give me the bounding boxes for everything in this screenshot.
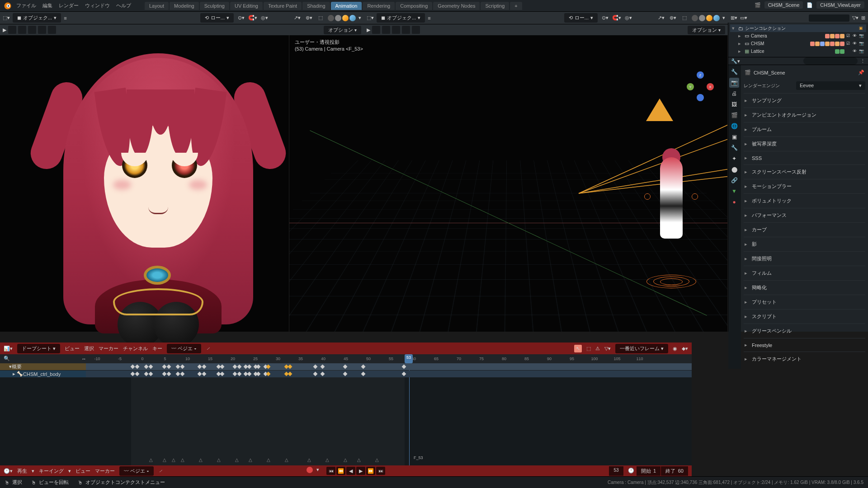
autokey-icon[interactable]	[307, 467, 313, 473]
timer-icon[interactable]: 🕐	[626, 466, 636, 476]
editor-type-icon[interactable]: 🕐▾	[4, 468, 13, 474]
section-パフォーマンス[interactable]: ▸パフォーマンス	[744, 208, 865, 222]
editor-type-icon[interactable]: 📊▾	[4, 346, 13, 352]
marker-icon[interactable]: △	[326, 457, 329, 462]
menu-toggle-icon[interactable]: ≡	[428, 15, 430, 21]
keyframe[interactable]	[343, 365, 348, 369]
section-プリセット[interactable]: ▸プリセット	[744, 295, 865, 309]
outliner-search[interactable]	[809, 14, 849, 22]
pivot-icon[interactable]: ⊙▾	[236, 14, 245, 23]
marker-icon[interactable]: △	[181, 457, 184, 462]
menu-file[interactable]: ファイル	[16, 2, 36, 9]
tab-rendering[interactable]: Rendering	[363, 2, 395, 10]
tool5-icon[interactable]	[48, 26, 56, 34]
marker-icon[interactable]: △	[285, 457, 288, 462]
tab-scripting[interactable]: Scripting	[481, 2, 509, 10]
tab-data-icon[interactable]: ▼	[729, 186, 739, 196]
camera-viewport[interactable]	[0, 35, 289, 332]
viewlayer-name[interactable]: CHSM_ViewLayer	[816, 1, 864, 9]
tab-modeling[interactable]: Modeling	[170, 2, 199, 10]
keyframe[interactable]	[237, 365, 242, 369]
select-tool-icon[interactable]	[372, 26, 380, 34]
end-frame-field[interactable]: 終了 60	[661, 466, 688, 476]
section-アンビエントオクルージョン[interactable]: ▸アンビエントオクルージョン	[744, 108, 865, 122]
interpolation-dropdown[interactable]: 〰 ベジエ ▾	[167, 344, 201, 353]
menu-view[interactable]: ビュー	[65, 345, 80, 352]
marker-icon[interactable]: △	[199, 457, 203, 462]
tool4-icon[interactable]	[38, 26, 46, 34]
keyframe[interactable]	[313, 372, 318, 376]
marker-icon[interactable]: △	[163, 457, 166, 462]
keyframe[interactable]	[321, 372, 325, 376]
mode-dropdown[interactable]: ◼オブジェク...▾	[377, 13, 425, 23]
snap-icon[interactable]: 🧲▾	[248, 14, 257, 23]
outliner-item-lattice[interactable]: ▸ ▦ Lattice 👁📷	[730, 47, 866, 55]
frame-cursor[interactable]: 53	[405, 354, 413, 363]
keyframe[interactable]	[220, 365, 225, 369]
editor-type-icon[interactable]: ⬚▾	[367, 15, 374, 21]
section-簡略化[interactable]: ▸簡略化	[744, 280, 865, 295]
marker-icon[interactable]: △	[375, 457, 379, 462]
keyframe[interactable]	[402, 372, 406, 376]
marker-icon[interactable]: △	[357, 457, 361, 462]
nav-gizmo[interactable]: Z X Y	[687, 71, 714, 99]
keyframe[interactable]	[176, 372, 180, 376]
jump-start-button[interactable]: ⏮	[326, 467, 335, 475]
tab-constraint-icon[interactable]: 🔗	[729, 175, 739, 185]
select-tool-icon[interactable]	[8, 26, 16, 34]
marker-icon[interactable]: △	[172, 457, 175, 462]
orientation-dropdown[interactable]: ⟲ロー...▾	[200, 13, 234, 23]
section-ボリュメトリック[interactable]: ▸ボリュメトリック	[744, 193, 865, 208]
keyframe[interactable]	[180, 365, 185, 369]
menu-marker[interactable]: マーカー	[99, 345, 118, 352]
menu-edit[interactable]: 編集	[42, 2, 52, 9]
gizmo-icon[interactable]: ↗▾	[292, 14, 302, 23]
keyframe[interactable]	[220, 372, 225, 376]
menu-select[interactable]: 選択	[84, 345, 94, 352]
props-search[interactable]	[803, 57, 858, 65]
shading-modes[interactable]	[328, 15, 356, 21]
tool3-icon[interactable]	[392, 26, 400, 34]
keyframe[interactable]	[131, 372, 135, 376]
tab-material-icon[interactable]: ●	[729, 197, 739, 207]
checkbox-icon[interactable]: ☑	[846, 41, 852, 47]
solid-shade-icon[interactable]	[699, 15, 705, 21]
marker-icon[interactable]: △	[235, 457, 239, 462]
editor-type-icon[interactable]: ⊞▾	[731, 15, 737, 21]
overlay-icon[interactable]: ⊚▾	[304, 14, 313, 23]
section-カーブ[interactable]: ▸カーブ	[744, 222, 865, 237]
matprev-shade-icon[interactable]	[706, 15, 712, 21]
propsync-icon[interactable]: ◉	[673, 346, 677, 352]
rendered-shade-icon[interactable]	[349, 15, 356, 21]
keyframe[interactable]	[313, 365, 318, 369]
dopesheet-tracks[interactable]: ▾ 概要 ▸ 🦴 CHSM_ctrl_body △△△△△△△△△△△△△△△ …	[0, 363, 692, 465]
section-サンプリング[interactable]: ▸サンプリング	[744, 93, 865, 108]
options-dropdown[interactable]: オプション ▾	[324, 26, 361, 34]
marker-icon[interactable]: △	[267, 457, 270, 462]
tab-world-icon[interactable]: 🌐	[729, 121, 739, 131]
keyframe[interactable]	[233, 372, 237, 376]
gizmo-x-icon[interactable]: X	[707, 83, 714, 90]
keyframe[interactable]	[256, 365, 261, 369]
keyframe[interactable]	[288, 372, 292, 376]
scene-name[interactable]: CHSM_Scene	[764, 1, 803, 9]
marker-icon[interactable]: △	[217, 457, 221, 462]
warn-icon[interactable]: ⬚	[586, 346, 591, 352]
menu-view[interactable]: ビュー	[75, 468, 90, 474]
keyframe[interactable]	[131, 365, 135, 369]
tab-object-icon[interactable]: ▣	[729, 132, 739, 142]
keyframe[interactable]	[288, 365, 292, 369]
keyframe[interactable]	[256, 372, 261, 376]
menu-render[interactable]: レンダー	[59, 2, 79, 9]
keyframe[interactable]	[198, 365, 202, 369]
tab-geonodes[interactable]: Geometry Nodes	[433, 2, 480, 10]
keyframe[interactable]	[162, 365, 167, 369]
handle-icon[interactable]: ⟋	[206, 346, 211, 351]
props-editor-icon[interactable]: 🔧▾	[731, 58, 740, 64]
play-icon[interactable]: ▶	[367, 27, 370, 33]
wire-shade-icon[interactable]	[328, 15, 334, 21]
tab-scene-icon[interactable]: 🎬	[729, 110, 739, 120]
section-Freestyle[interactable]: ▸Freestyle	[744, 338, 865, 352]
tab-add[interactable]: +	[510, 2, 522, 10]
dopesheet-mode[interactable]: ドープシート ▾	[17, 344, 60, 353]
